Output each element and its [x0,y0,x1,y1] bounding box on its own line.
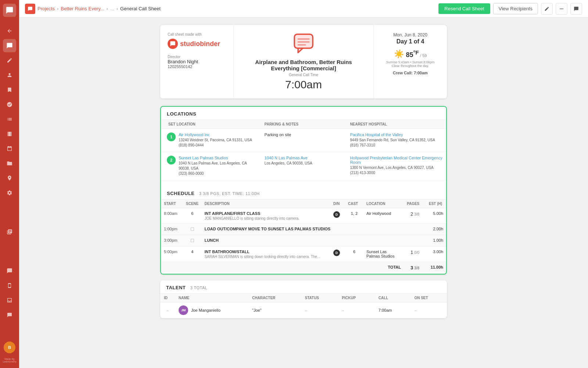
sched-dn-1: D [330,208,345,224]
hospital-2-name[interactable]: Hollywood Presbyterian Medical Center Em… [350,156,442,164]
location-1-address: 13240 Weidner St, Pacoima, CA 91331, USA… [179,138,252,148]
hospital-1-name[interactable]: Pacifica Hospital of the Valley [350,132,403,137]
schedule-subtitle: 3 3/8 pgs, Est. Time: 11:00h [199,191,260,196]
temp-low: / 59 [420,53,427,58]
sched-start-3: 3:00pm [161,235,183,247]
sched-start-1: 8:00am [161,208,183,224]
locations-table: SET LOCATION PARKING & NOTES NEAREST HOS… [161,120,446,180]
sidebar-mobile-icon[interactable] [3,279,16,292]
sidebar-library-icon[interactable] [3,225,16,238]
schedule-total-row: TOTAL 3 3/8 11.00h [161,262,446,274]
hospital-2-address: 1300 N Vermont Ave, Los Angeles, CA 9002… [350,165,442,176]
sched-dn-4: D [330,247,345,262]
callsheet-logo-icon [293,32,315,54]
sched-col-scene: SCENE [183,199,201,208]
parking-link-2[interactable]: 1040 N Las Palmas Ave [265,156,308,160]
location-row-2: 2 Sunset Las Palmas Studios 1040 N Las P… [161,152,446,180]
location-2-parking: 1040 N Las Palmas Ave Los Angeles, CA 90… [261,152,347,180]
sidebar-connections-icon[interactable] [3,98,16,111]
call-time: 7:00am [285,78,322,91]
header-left-section: Call sheet made with studiobinder Direct… [160,25,234,98]
sidebar-location-icon[interactable] [3,171,16,185]
sched-cast-4: 6 [345,247,363,262]
sidebar-app-icon[interactable] [3,4,16,17]
sched-est-4: 3.00h [426,247,446,262]
sched-start-4: 5:00pm [161,247,183,262]
logo-icon [168,39,178,49]
location-2-number: 2 [167,156,176,164]
talent-col-name: NAME [175,294,248,302]
locations-schedule-card: LOCATIONS SET LOCATION PARKING & NOTES N… [160,106,447,275]
talent-1-character: "Joe" [248,302,301,318]
project-title: Airplane and Bathroom, Better Ruins Ever… [241,59,366,71]
director-phone: 12025550142 [168,64,226,69]
location-1-cell: 1 Air Hollywood Inc 13240 Weidner St, Pa… [161,129,261,152]
talent-subtitle: 3 Total [190,286,207,290]
breadcrumb-current: General Call Sheet [120,6,161,11]
top-navigation: Projects › Better Ruins Every... › ... ›… [19,0,588,18]
col-parking: PARKING & NOTES [261,120,347,129]
main-sidebar: B Made ByLeanometry [0,0,19,368]
talent-card: TALENT 3 Total ID NAME CHARACTER STATUS … [160,280,447,318]
sidebar-pen-icon[interactable] [3,54,16,67]
made-with-label: Call sheet made with [168,32,226,36]
sidebar-film-icon[interactable] [3,127,16,141]
callsheet-header-card: Call sheet made with studiobinder Direct… [160,25,447,99]
total-est: 11.00h [426,262,446,274]
sched-col-loc: LOCATION [363,199,404,208]
breadcrumb-projects[interactable]: Projects [37,6,55,11]
view-recipients-button[interactable]: View Recipients [493,3,538,14]
location-2-address: 1040 N Las Palmas Ave, Los Angeles, CA 9… [179,161,257,176]
sched-est-3: 1.00h [426,235,446,247]
day-of: Day 1 of 4 [381,38,440,45]
breadcrumb-project[interactable]: Better Ruins Every... [61,6,104,11]
sidebar-comments-icon[interactable] [3,308,16,322]
talent-1-name: Joe Manganiello [191,308,220,312]
shoot-date: Mon, Jun 8, 2020 [381,32,440,38]
svg-rect-0 [294,34,313,48]
talent-section-header: TALENT 3 Total [160,280,447,293]
talent-1-id: – [160,302,175,318]
sidebar-callsheet-icon[interactable] [3,39,16,52]
talent-col-id: ID [160,294,175,302]
location-1-number: 1 [167,132,176,141]
sidebar-inbox-icon[interactable] [3,294,16,307]
sidebar-settings-icon[interactable] [3,186,16,199]
talent-col-pickup: PICKUP [338,294,375,302]
schedule-table: START SCENE DESCRIPTION D/N CAST LOCATIO… [161,199,446,274]
more-options-button[interactable] [556,3,567,15]
location-1-name[interactable]: Air Hollywood Inc [179,132,210,137]
sidebar-back-icon[interactable] [3,24,16,38]
breadcrumb: Projects › Better Ruins Every... › ... ›… [25,4,161,14]
edit-icon-button[interactable] [541,3,553,15]
resend-call-sheet-button[interactable]: Resend Call Sheet [438,3,490,14]
sched-scene-2: ☐ [183,224,201,235]
sidebar-chat-icon[interactable] [3,264,16,277]
breadcrumb-sep1: › [57,6,58,11]
breadcrumb-sep3: › [116,6,118,11]
locations-section-header: LOCATIONS [161,107,446,120]
sched-desc-1: INT AIRPLANE/FIRST CLASS JOE MANGANIELLO… [201,208,330,224]
location-2-hospital: Hollywood Presbyterian Medical Center Em… [346,152,446,180]
sidebar-bookmark-icon[interactable] [3,83,16,96]
schedule-row-1: 8:00am 6 INT AIRPLANE/FIRST CLASS JOE MA… [161,208,446,224]
user-avatar-sidebar[interactable]: B [4,342,15,353]
sched-est-2: 2.00h [426,224,446,235]
location-2-name[interactable]: Sunset Las Palmas Studios [179,156,228,160]
talent-1-name-cell: JM Joe Manganiello [175,302,248,318]
sidebar-people-icon[interactable] [3,68,16,82]
sidebar-folder-icon[interactable] [3,157,16,170]
sidebar-calendar-icon[interactable] [3,142,16,155]
brand-name: studiobinder [180,40,220,48]
sidebar-list-icon[interactable] [3,113,16,126]
talent-1-avatar: JM [179,305,188,315]
talent-1-status: – [301,302,338,318]
sunrise-info: Sunrise 5:43am • Sunset 8:06pm Clear thr… [381,60,440,68]
location-1-parking: Parking on site [261,129,347,152]
sched-loc-1: Air Hollywood [363,208,404,224]
studiobinder-logo: studiobinder [168,39,226,49]
director-role: Director [168,55,226,59]
schedule-row-4: 5:00pm 4 INT BATHROOM/STALL SARAH SILVER… [161,247,446,262]
breadcrumb-ellipsis: ... [110,6,114,11]
chat-icon-button[interactable] [570,3,582,15]
